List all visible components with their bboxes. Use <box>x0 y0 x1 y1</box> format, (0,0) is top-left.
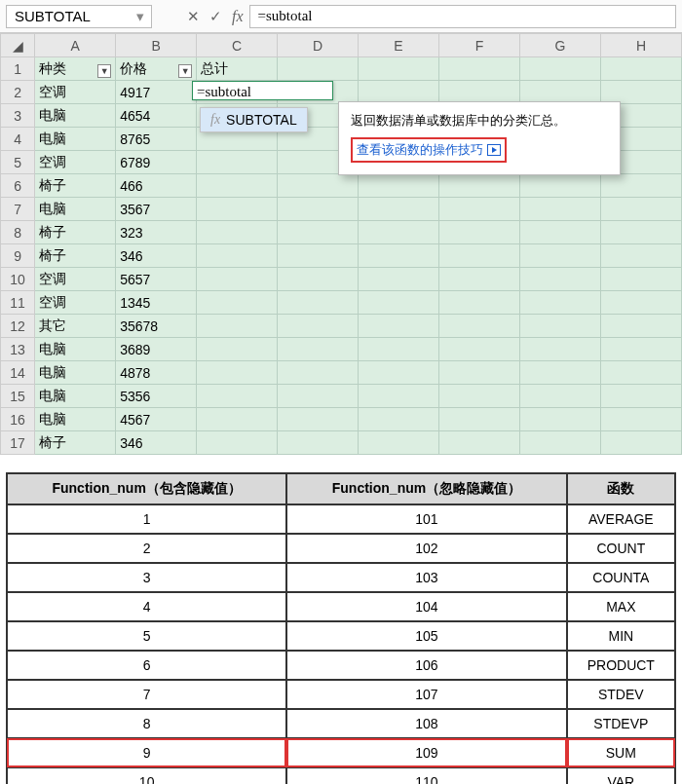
cell[interactable] <box>197 221 278 244</box>
cell[interactable]: 电脑 <box>35 408 116 431</box>
cell[interactable] <box>600 81 681 104</box>
cell[interactable]: 空调 <box>35 268 116 291</box>
cell[interactable]: 6789 <box>116 151 197 174</box>
formula-input[interactable]: =subtotal <box>249 5 676 28</box>
cell[interactable] <box>359 221 439 244</box>
cell[interactable] <box>439 244 520 268</box>
cell[interactable] <box>439 221 520 244</box>
table-row[interactable]: 1种类▼价格▼总计 <box>1 57 682 81</box>
cell[interactable] <box>439 408 520 431</box>
cell[interactable]: 空调 <box>35 291 116 315</box>
row-header[interactable]: 2 <box>1 81 35 104</box>
cell[interactable] <box>519 244 600 268</box>
cell[interactable] <box>439 338 520 361</box>
row-header[interactable]: 5 <box>1 151 35 174</box>
cell[interactable] <box>359 174 439 198</box>
row-header[interactable]: 1 <box>1 57 35 81</box>
cell[interactable] <box>278 268 359 291</box>
row-header[interactable]: 7 <box>1 198 35 221</box>
cell[interactable] <box>519 338 600 361</box>
filter-button[interactable]: ▼ <box>178 64 192 78</box>
cell[interactable] <box>278 408 359 431</box>
cell[interactable] <box>197 198 278 221</box>
col-header-F[interactable]: F <box>439 34 520 57</box>
cell[interactable] <box>359 291 439 315</box>
cell[interactable] <box>519 268 600 291</box>
cell[interactable]: 4654 <box>116 104 197 128</box>
cell[interactable] <box>519 408 600 431</box>
cell[interactable] <box>278 431 359 455</box>
cell[interactable] <box>519 198 600 221</box>
cell[interactable]: 电脑 <box>35 128 116 151</box>
cell[interactable] <box>359 244 439 268</box>
cell[interactable] <box>359 408 439 431</box>
row-header[interactable]: 14 <box>1 361 35 385</box>
cell[interactable]: 空调 <box>35 81 116 104</box>
row-header[interactable]: 4 <box>1 128 35 151</box>
cell[interactable]: 价格▼ <box>116 57 197 81</box>
cell[interactable] <box>600 338 681 361</box>
cell[interactable] <box>519 291 600 315</box>
cell[interactable] <box>600 268 681 291</box>
select-all-corner[interactable]: ◢ <box>1 34 35 57</box>
cell[interactable] <box>278 221 359 244</box>
cell[interactable] <box>519 361 600 385</box>
cell[interactable] <box>600 315 681 338</box>
row-header[interactable]: 15 <box>1 385 35 408</box>
cell[interactable]: 3567 <box>116 198 197 221</box>
cell[interactable] <box>439 315 520 338</box>
cell[interactable]: 4878 <box>116 361 197 385</box>
table-row[interactable]: 14电脑4878 <box>1 361 682 385</box>
cell[interactable]: 8765 <box>116 128 197 151</box>
cell[interactable] <box>600 385 681 408</box>
cell[interactable]: 空调 <box>35 151 116 174</box>
table-row[interactable]: 2空调4917 <box>1 81 682 104</box>
cell[interactable]: 电脑 <box>35 104 116 128</box>
cell[interactable] <box>197 268 278 291</box>
cell[interactable] <box>600 198 681 221</box>
cell[interactable] <box>197 361 278 385</box>
cell[interactable] <box>278 174 359 198</box>
cell[interactable] <box>439 291 520 315</box>
cell[interactable] <box>439 198 520 221</box>
row-header[interactable]: 11 <box>1 291 35 315</box>
cell[interactable] <box>439 385 520 408</box>
cell-editor[interactable]: =subtotal <box>192 81 333 100</box>
cell[interactable] <box>439 81 520 104</box>
cell[interactable] <box>359 268 439 291</box>
cell[interactable]: 466 <box>116 174 197 198</box>
cell[interactable] <box>600 57 681 81</box>
cell[interactable] <box>519 315 600 338</box>
cell[interactable] <box>359 81 439 104</box>
col-header-C[interactable]: C <box>197 34 278 57</box>
cell[interactable]: 35678 <box>116 315 197 338</box>
cell[interactable] <box>278 315 359 338</box>
cell[interactable] <box>519 385 600 408</box>
table-row[interactable]: 16电脑4567 <box>1 408 682 431</box>
cell[interactable] <box>197 408 278 431</box>
row-header[interactable]: 17 <box>1 431 35 455</box>
cell[interactable]: 椅子 <box>35 221 116 244</box>
cell[interactable]: 电脑 <box>35 385 116 408</box>
cell[interactable] <box>600 174 681 198</box>
table-row[interactable]: 12其它35678 <box>1 315 682 338</box>
row-header[interactable]: 10 <box>1 268 35 291</box>
cell[interactable] <box>439 431 520 455</box>
cell[interactable] <box>519 174 600 198</box>
cell[interactable] <box>519 221 600 244</box>
row-header[interactable]: 6 <box>1 174 35 198</box>
cell[interactable] <box>359 361 439 385</box>
cell[interactable]: 346 <box>116 244 197 268</box>
cell[interactable] <box>197 174 278 198</box>
cell[interactable] <box>278 291 359 315</box>
cell[interactable]: 5657 <box>116 268 197 291</box>
cell[interactable]: 种类▼ <box>35 57 116 81</box>
function-autocomplete[interactable]: fx SUBTOTAL <box>200 107 308 132</box>
col-header-D[interactable]: D <box>278 34 359 57</box>
cell[interactable] <box>439 57 520 81</box>
chevron-down-icon[interactable]: ▾ <box>133 10 147 23</box>
cell[interactable] <box>600 361 681 385</box>
row-header[interactable]: 9 <box>1 244 35 268</box>
table-row[interactable]: 13电脑3689 <box>1 338 682 361</box>
cell[interactable] <box>600 221 681 244</box>
